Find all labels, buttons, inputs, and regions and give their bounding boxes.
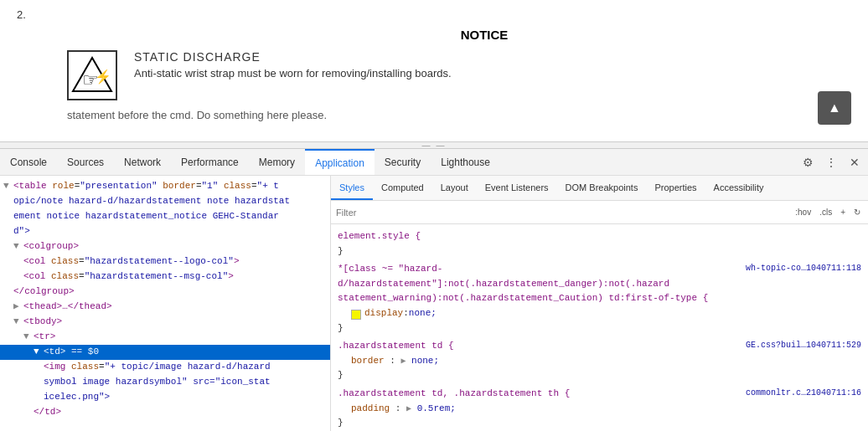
- close-devtools-icon[interactable]: ✕: [845, 152, 865, 172]
- style-source[interactable]: commonltr.c…21040711:16: [746, 387, 861, 402]
- devtools-body: ▼ <table role="presentation" border="1" …: [0, 176, 868, 431]
- scroll-to-top-button[interactable]: ▲: [818, 91, 851, 125]
- styles-panel: Styles Computed Layout Event Listeners D…: [331, 176, 868, 431]
- devtools-panel: Console Sources Network Performance Memo…: [0, 149, 868, 431]
- dom-line: ▶ <thead>…</thead>: [0, 300, 330, 315]
- add-style-button[interactable]: +: [838, 206, 848, 218]
- style-selector-cont2: statement_warning):not(.hazardstatement_…: [338, 293, 708, 303]
- static-discharge-desc: Anti-static wrist strap must be worn for…: [134, 67, 452, 80]
- tab-event-listeners[interactable]: Event Listeners: [477, 177, 557, 200]
- dom-line: d">: [0, 224, 330, 239]
- style-value: 0.5rem;: [417, 403, 456, 413]
- dom-line: ▼ <tr>: [0, 330, 330, 345]
- dom-tree[interactable]: ▼ <table role="presentation" border="1" …: [0, 176, 330, 431]
- tab-computed[interactable]: Computed: [373, 177, 432, 200]
- drag-handle[interactable]: — —: [0, 142, 868, 149]
- notice-text-block: STATIC DISCHARGE Anti-static wrist strap…: [134, 50, 452, 80]
- style-rule-element: element.style { }: [331, 228, 868, 260]
- style-prop: border: [351, 356, 385, 366]
- dom-toggle[interactable]: ▼: [13, 315, 23, 330]
- style-value: none;: [409, 306, 437, 321]
- filter-bar: :hov .cls + ↻: [331, 201, 868, 224]
- style-rule-td-th: .hazardstatement td, .hazardstatement th…: [331, 385, 868, 431]
- style-source[interactable]: wh-topic-co…1040711:118: [746, 262, 861, 277]
- dom-line: <col class="hazardstatement--logo-col">: [0, 254, 330, 269]
- notice-title: NOTICE: [117, 28, 851, 42]
- devtools-icon-group: ⚙ ⋮ ✕: [798, 152, 868, 172]
- style-rule-hazard: *[class ~= "hazard- wh-topic-co…1040711:…: [331, 260, 868, 337]
- static-discharge-svg: ☞ ⚡: [71, 54, 113, 96]
- notice-number: 2.: [17, 8, 851, 21]
- dom-line: opic/note hazard-d/hazardstatement note …: [0, 194, 330, 209]
- tab-security[interactable]: Security: [375, 149, 431, 175]
- dom-line: <col class="hazardstatement--msg-col">: [0, 269, 330, 285]
- statement-text: statement before the cmd. Do something h…: [67, 109, 851, 121]
- tab-lighthouse[interactable]: Lighthouse: [431, 149, 500, 175]
- tab-performance[interactable]: Performance: [171, 149, 249, 175]
- dom-line: ement notice hazardstatement_notice GEHC…: [0, 209, 330, 224]
- tab-console[interactable]: Console: [0, 149, 57, 175]
- style-prop: display: [364, 306, 403, 321]
- style-selector: element.style {: [338, 231, 421, 241]
- main-content: 2. NOTICE ☞ ⚡ STATIC DISCHARGE Anti-stat…: [0, 0, 868, 142]
- dom-toggle[interactable]: ▶: [13, 300, 23, 315]
- dom-line: ▼ <tbody>: [0, 315, 330, 330]
- notice-content: ☞ ⚡ STATIC DISCHARGE Anti-static wrist s…: [67, 50, 851, 100]
- style-selector: .hazardstatement td {: [338, 339, 454, 354]
- dom-panel: ▼ <table role="presentation" border="1" …: [0, 176, 331, 431]
- dom-line: <img class="+ topic/image hazard-d/hazar…: [0, 360, 330, 375]
- tab-accessibility[interactable]: Accessibility: [705, 177, 772, 200]
- hazard-icon: ☞ ⚡: [67, 50, 117, 100]
- expand-prop-arrow[interactable]: ▶: [400, 357, 406, 366]
- styles-content: element.style { } *[class ~= "hazard- wh…: [331, 224, 868, 431]
- style-selector: .hazardstatement td, .hazardstatement th…: [338, 387, 570, 402]
- style-value: none;: [411, 356, 439, 366]
- tab-application[interactable]: Application: [305, 149, 375, 175]
- filter-input[interactable]: [336, 208, 793, 218]
- settings-icon[interactable]: ⚙: [798, 152, 818, 172]
- more-options-icon[interactable]: ⋮: [821, 152, 841, 172]
- style-prop: padding: [351, 403, 390, 413]
- tab-dom-breakpoints[interactable]: DOM Breakpoints: [557, 177, 647, 200]
- dom-line: icelec.png">: [0, 390, 330, 405]
- dom-toggle[interactable]: ▼: [3, 179, 13, 194]
- static-discharge-title: STATIC DISCHARGE: [134, 50, 452, 64]
- hov-button[interactable]: :hov: [793, 206, 814, 218]
- tab-network[interactable]: Network: [114, 149, 171, 175]
- tab-layout[interactable]: Layout: [432, 177, 477, 200]
- dom-line: </colgroup>: [0, 285, 330, 300]
- style-selector: *[class ~= "hazard-: [338, 262, 442, 277]
- dom-line: symbol image hazardsymbol" src="icon_sta…: [0, 375, 330, 390]
- expand-prop-arrow[interactable]: ▶: [406, 404, 411, 413]
- dom-text: <table role="presentation" border="1" cl…: [13, 179, 327, 194]
- dom-line: </td>: [0, 405, 330, 420]
- devtools-topbar: Console Sources Network Performance Memo…: [0, 149, 868, 176]
- style-selector-cont: d/hazardstatement"]:not(.hazardstatement…: [338, 279, 669, 289]
- dom-line-selected[interactable]: ▼ <td> == $0: [0, 345, 330, 360]
- style-rule-td: .hazardstatement td { GE.css?buil…104071…: [331, 337, 868, 385]
- dom-line: ▼ <table role="presentation" border="1" …: [0, 179, 330, 194]
- dom-toggle[interactable]: ▼: [13, 239, 23, 254]
- dom-toggle[interactable]: ▼: [23, 330, 34, 345]
- css-color-swatch[interactable]: [351, 310, 361, 320]
- dom-line: ▼ <colgroup>: [0, 239, 330, 254]
- cls-button[interactable]: .cls: [817, 206, 834, 218]
- filter-actions: :hov .cls + ↻: [793, 206, 863, 218]
- refresh-styles-button[interactable]: ↻: [851, 206, 863, 218]
- svg-text:⚡: ⚡: [95, 69, 111, 85]
- style-source[interactable]: GE.css?buil…1040711:529: [746, 339, 861, 354]
- tab-memory[interactable]: Memory: [249, 149, 305, 175]
- tab-properties[interactable]: Properties: [646, 177, 705, 200]
- tab-sources[interactable]: Sources: [57, 149, 114, 175]
- styles-tabs: Styles Computed Layout Event Listeners D…: [331, 176, 868, 201]
- tab-styles[interactable]: Styles: [331, 177, 373, 200]
